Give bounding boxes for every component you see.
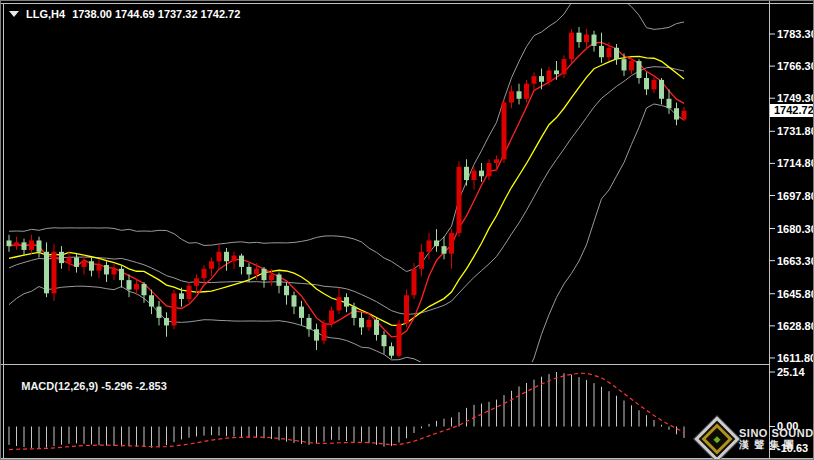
last-price-label: 1742.72 — [770, 104, 814, 117]
macd-main-value: -5.296 — [101, 380, 132, 392]
watermark-english: SINO SOUND — [739, 428, 814, 440]
candles-layer — [7, 27, 687, 359]
price-tick-label: 1714.80 — [777, 157, 814, 169]
macd-name: MACD(12,26,9) — [21, 380, 98, 392]
price-tick-label: 1680.30 — [777, 223, 814, 235]
price-tick-label: 1783.30 — [777, 28, 814, 40]
watermark-chinese: 漢聲集團 — [739, 440, 814, 451]
ohlc-values: 1738.00 1744.69 1737.32 1742.72 — [72, 8, 240, 20]
ma-fast-line — [9, 43, 684, 337]
chart-title: LLG,H41738.00 1744.69 1737.32 1742.72 — [9, 8, 240, 20]
price-tick-label: 1697.80 — [777, 190, 814, 202]
price-tick-label: 1766.30 — [777, 60, 814, 72]
chart-window: LLG,H41738.00 1744.69 1737.32 1742.72 MA… — [0, 0, 814, 460]
price-tick-label: 1749.30 — [777, 92, 814, 104]
price-tick-label: 1628.80 — [777, 320, 814, 332]
symbol-period-label: LLG,H4 — [26, 8, 65, 20]
ma-slow-line — [9, 56, 684, 325]
price-tick-label: 1663.30 — [777, 255, 814, 267]
broker-watermark: SINO SOUND 漢聲集團 — [701, 420, 813, 458]
price-tick-label: 1731.80 — [777, 125, 814, 137]
macd-signal-value: -2.853 — [136, 380, 167, 392]
price-tick-label: 1645.80 — [777, 288, 814, 300]
price-axis[interactable]: 1783.301766.301749.301731.801714.801697.… — [770, 1, 814, 460]
macd-indicator-label: MACD(12,26,9) -5.296 -2.853 — [9, 368, 167, 404]
bollinger-bands — [9, 1, 684, 392]
price-tick-label: 1611.80 — [777, 352, 814, 364]
symbol-dropdown-icon[interactable] — [9, 11, 19, 17]
sino-sound-logo-icon — [694, 416, 739, 460]
